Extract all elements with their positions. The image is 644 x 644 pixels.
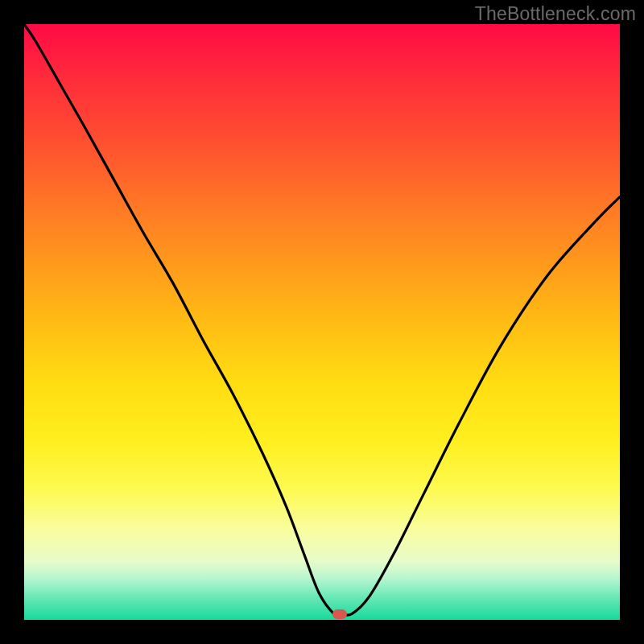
bottleneck-curve bbox=[24, 24, 620, 616]
watermark-label: TheBottleneck.com bbox=[475, 3, 636, 25]
optimal-point-marker bbox=[332, 609, 347, 619]
curve-svg bbox=[24, 24, 620, 620]
plot-area bbox=[24, 24, 620, 620]
chart-container: TheBottleneck.com bbox=[0, 0, 644, 644]
